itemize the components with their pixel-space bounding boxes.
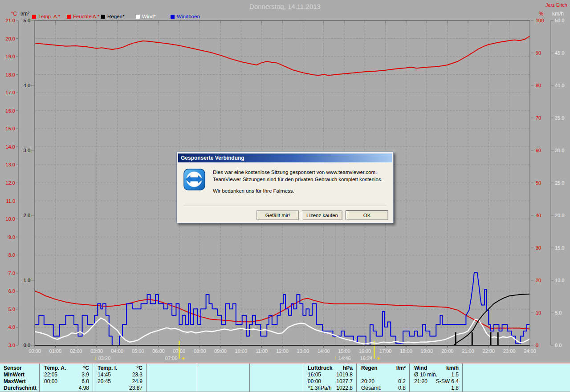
axis-tick-label: 17.0 [6, 90, 15, 95]
stats-cell [147, 378, 197, 385]
dialog-message-line2: TeamViewer-Sitzungen sind für den privat… [213, 176, 383, 183]
stats-cell: ^1.3hPa/h1022.8 [303, 385, 356, 392]
axis-tick-label: 5.0 [24, 18, 30, 23]
axis-tick-label: 1.0 [24, 278, 30, 283]
stats-row-label: MaxWert [0, 378, 39, 385]
axis-tick-label: 4.0 [24, 83, 30, 88]
axis-tick-label: 16.0 [6, 108, 15, 113]
axis-tick-label: 0 [536, 343, 538, 348]
stats-col-regen: Regenl/m²20:200.2Gesamt:0.8 [356, 364, 409, 392]
stats-row-label: Sensor [0, 365, 39, 372]
teamviewer-icon [183, 168, 207, 192]
stats-cell: Windkm/h [410, 365, 462, 372]
dialog-message-line1: Dies war eine kostenlose Sitzung gespons… [213, 169, 383, 176]
stats-cell: Regenl/m² [357, 365, 409, 372]
dialog-separator [183, 206, 387, 206]
axis-tick-label: 6.0 [8, 288, 15, 294]
axis-tick-label: 18.0 [6, 72, 15, 77]
axis-tick-label: 7.0 [8, 271, 15, 276]
hour-label: 13:00 [297, 348, 309, 354]
axis-tick-label: 10.0 [6, 216, 15, 222]
axis-tick-label: 21.0 [6, 18, 15, 23]
axis-tick-label: 19.0 [6, 54, 15, 59]
ok-button[interactable]: OK [346, 210, 388, 220]
hour-label: 00:00 [28, 348, 41, 354]
weather-app-window: Donnerstag, 14.11.2013 Jarz Erich °C l/m… [0, 0, 570, 392]
hour-label: 18:00 [400, 348, 412, 354]
dialog-message: Dies war eine kostenlose Sitzung gespons… [213, 169, 383, 194]
axis-tick-label: 40 [536, 213, 541, 218]
stats-cell: 23.87 [93, 385, 146, 392]
stats-col-wind: Windkm/hØ 10 min.1.521:20S-SW 6.41.8 [409, 364, 462, 392]
dialog-buttons: Gefällt mir! Lizenz kaufen OK [256, 210, 388, 220]
axis-tick-label: 60 [536, 148, 541, 153]
stats-cell [197, 365, 249, 372]
dialog-titlebar[interactable]: Gesponserte Verbindung [178, 154, 392, 162]
axis-tick-label: 8.0 [8, 252, 15, 258]
stats-cell: 00:006.0 [40, 378, 93, 385]
axis-tick-label: 13.0 [6, 162, 15, 167]
stats-cell: 20:200.2 [357, 378, 409, 385]
hour-label: 21:00 [462, 348, 474, 354]
stats-cell: 4.98 [40, 385, 93, 392]
axis-tick-label: 30 [536, 245, 541, 251]
hour-label: 19:00 [421, 348, 433, 354]
stats-panel: SensorMinWertMaxWertDurchschnittTemp. A.… [0, 363, 570, 392]
moonset-time: 03:20 [98, 356, 111, 361]
stats-cell [147, 365, 197, 372]
stats-cell [357, 372, 409, 378]
axis-tick-label: 40.0 [555, 83, 564, 88]
hour-label: 12:00 [276, 348, 289, 354]
stats-cell [250, 378, 303, 385]
stats-cell: 00:001027.7 [303, 378, 356, 385]
stats-row-label: MinWert [0, 372, 39, 378]
stats-cell: Temp. A.°C [40, 365, 93, 372]
hour-label: 14:00 [318, 348, 330, 354]
hour-label: 11:00 [256, 348, 268, 354]
axis-tick-label: 45.0 [555, 50, 564, 56]
stats-cell: 16:051019.8 [303, 372, 356, 378]
axis-tick-label: 90 [536, 50, 541, 56]
stats-row-labels: SensorMinWertMaxWertDurchschnitt [0, 364, 39, 392]
hour-label: 23:00 [503, 348, 516, 354]
dialog-message-line3: Wir bedanken uns für Ihre Fairness. [213, 187, 383, 194]
stats-cell [197, 378, 249, 385]
stats-cell [463, 385, 570, 392]
hour-label: 06:00 [152, 348, 165, 354]
axis-tick-label: 70 [536, 115, 541, 121]
axis-tick-label: 5.0 [555, 310, 562, 315]
stats-cell [250, 365, 303, 372]
axis-tick-label: 0.0 [555, 343, 562, 348]
axis-tick-label: 9.0 [8, 234, 15, 240]
stats-col-empty [197, 364, 249, 392]
stats-cell [147, 385, 197, 392]
axis-tick-label: 11.0 [6, 198, 15, 204]
hour-label: 16:00 [359, 348, 371, 354]
moonset-icon: ↓ [94, 355, 97, 361]
sunrise-time: 07:00 [165, 356, 178, 361]
axis-tick-label: 0.0 [24, 343, 30, 348]
stats-col-temp-a-: Temp. A.°C22:053.900:006.04.98 [39, 364, 93, 392]
axis-tick-label: 15.0 [6, 126, 15, 131]
stats-col-temp-i-: Temp. I.°C14:4523.320:4524.923.87 [93, 364, 146, 392]
hour-label: 02:00 [70, 348, 82, 354]
axis-tick-label: 20.0 [555, 213, 564, 218]
dialog-title-text: Gesponserte Verbindung [181, 155, 244, 161]
axis-tick-label: 3.0 [8, 343, 15, 348]
stats-col-luftdruck: LuftdruckhPa16:051019.800:001027.7^1.3hP… [303, 364, 356, 392]
axis-tick-label: 30.0 [555, 148, 564, 153]
stats-cell [250, 385, 303, 392]
stats-cell: 22:053.9 [40, 372, 93, 378]
like-button[interactable]: Gefällt mir! [256, 210, 299, 220]
stats-cell: 20:4524.9 [93, 378, 146, 385]
axis-tick-label: 100 [536, 18, 544, 23]
stats-cell: Temp. I.°C [93, 365, 146, 372]
hour-label: 24:00 [524, 348, 536, 354]
axis-tick-label: 10 [536, 310, 541, 315]
stats-cell [463, 378, 570, 385]
buy-license-button[interactable]: Lizenz kaufen [302, 210, 342, 220]
stats-row-label: Durchschnitt [0, 385, 39, 392]
axis-tick-label: 25.0 [555, 180, 564, 186]
axis-tick-label: 3.0 [24, 148, 30, 153]
stats-col-empty [249, 364, 303, 392]
